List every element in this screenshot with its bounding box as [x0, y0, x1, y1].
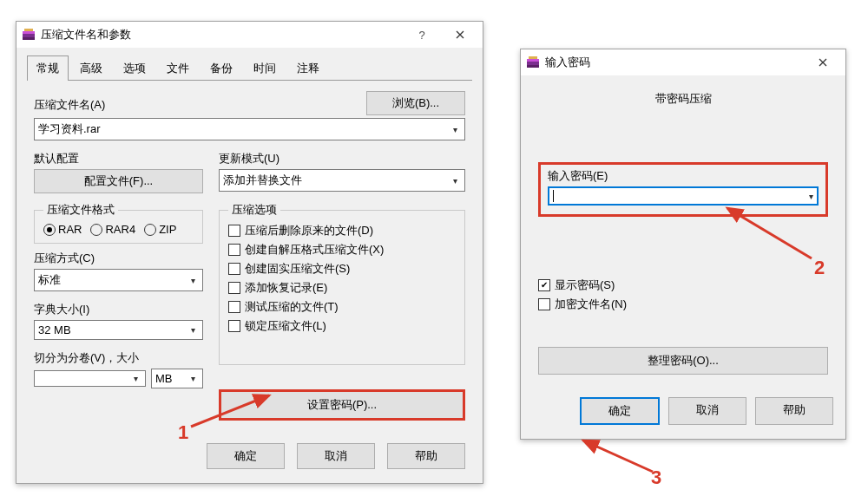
- dict-select[interactable]: 32 MB ▾: [34, 320, 203, 340]
- close-button[interactable]: [441, 22, 479, 48]
- close-button[interactable]: [804, 49, 842, 75]
- tab-comment[interactable]: 注释: [287, 55, 329, 81]
- svg-rect-2: [24, 29, 33, 31]
- winrar-icon: [22, 28, 36, 42]
- show-password-checkbox[interactable]: 显示密码(S): [538, 277, 828, 293]
- browse-button[interactable]: 浏览(B)...: [366, 91, 465, 115]
- svg-rect-5: [527, 59, 539, 62]
- method-select[interactable]: 标准 ▾: [34, 269, 203, 291]
- archive-name-label: 压缩文件名(A): [34, 97, 358, 113]
- help-button-footer[interactable]: 帮助: [387, 443, 465, 469]
- svg-rect-1: [23, 31, 35, 34]
- tab-options[interactable]: 选项: [114, 55, 155, 81]
- archive-settings-window: 压缩文件名和参数 ? 常规 高级 选项 文件 备份 时间 注释 压缩文件名(A)…: [16, 21, 483, 484]
- window-title: 压缩文件名和参数: [41, 27, 403, 42]
- dict-label: 字典大小(I): [34, 302, 203, 317]
- dialog-body: 压缩文件名(A) 浏览(B)... 学习资料.rar ▾ 默认配置 配置文件(F…: [16, 81, 483, 434]
- method-label: 压缩方式(C): [34, 251, 203, 266]
- format-group: 压缩文件格式 RAR RAR4 ZIP: [34, 202, 203, 244]
- tab-files[interactable]: 文件: [157, 55, 199, 81]
- chevron-down-icon: ▾: [449, 176, 461, 186]
- tab-backup[interactable]: 备份: [201, 55, 242, 81]
- split-label: 切分为分卷(V)，大小: [34, 350, 203, 366]
- chevron-down-icon: ▾: [129, 374, 141, 383]
- format-rar4[interactable]: RAR4: [90, 223, 135, 236]
- annotation-number-1: 1: [178, 421, 188, 444]
- set-password-button[interactable]: 设置密码(P)...: [219, 389, 465, 421]
- opt-lock[interactable]: 锁定压缩文件(L): [228, 318, 456, 334]
- help-button[interactable]: ?: [403, 22, 441, 48]
- cancel-button[interactable]: 取消: [668, 397, 746, 425]
- svg-rect-7: [527, 65, 539, 68]
- help-button-footer[interactable]: 帮助: [755, 397, 833, 425]
- opt-sfx[interactable]: 创建自解压格式压缩文件(X): [228, 242, 456, 258]
- profile-button[interactable]: 配置文件(F)...: [34, 169, 203, 193]
- password-body: 带密码压缩 输入密码(E) ▾ 显示密码(S) 加密文件名(N) 整理密码(O)…: [521, 75, 845, 385]
- encrypt-names-checkbox[interactable]: 加密文件名(N): [538, 297, 828, 312]
- update-mode-select[interactable]: 添加并替换文件 ▾: [219, 169, 465, 192]
- password-heading: 带密码压缩: [538, 91, 828, 107]
- footer-buttons: 确定 取消 帮助: [521, 385, 845, 439]
- winrar-icon: [526, 55, 540, 69]
- title-bar: 压缩文件名和参数 ?: [16, 22, 483, 48]
- opt-solid[interactable]: 创建固实压缩文件(S): [228, 261, 456, 277]
- annotation-number-2: 2: [814, 257, 825, 279]
- chevron-down-icon: ▾: [449, 125, 461, 134]
- split-unit-select[interactable]: MB ▾: [151, 369, 203, 388]
- footer-buttons: 确定 取消 帮助: [16, 434, 483, 483]
- chevron-down-icon: ▾: [809, 192, 813, 201]
- chevron-down-icon: ▾: [187, 325, 199, 335]
- default-profile-label: 默认配置: [34, 151, 203, 166]
- svg-line-10: [583, 441, 653, 472]
- ok-button[interactable]: 确定: [207, 443, 285, 469]
- enter-password-label: 输入密码(E): [548, 168, 819, 184]
- format-zip[interactable]: ZIP: [144, 223, 176, 236]
- options-group-label: 压缩选项: [228, 202, 280, 218]
- caret-icon: [553, 190, 554, 202]
- format-group-label: 压缩文件格式: [43, 202, 118, 218]
- window-title: 输入密码: [545, 55, 804, 70]
- update-mode-label: 更新模式(U): [219, 151, 465, 166]
- svg-rect-3: [23, 37, 35, 40]
- ok-button[interactable]: 确定: [580, 397, 660, 425]
- format-rar[interactable]: RAR: [43, 223, 82, 236]
- tab-time[interactable]: 时间: [244, 55, 286, 81]
- enter-password-window: 输入密码 带密码压缩 输入密码(E) ▾ 显示密码(S) 加密文件名(N) 整理…: [520, 49, 846, 440]
- manage-passwords-button[interactable]: 整理密码(O)...: [538, 347, 828, 375]
- password-highlight-box: 输入密码(E) ▾: [538, 162, 828, 217]
- opt-delete-after[interactable]: 压缩后删除原来的文件(D): [228, 223, 456, 238]
- chevron-down-icon: ▾: [187, 276, 199, 285]
- tab-general[interactable]: 常规: [27, 55, 69, 81]
- annotation-number-3: 3: [651, 467, 661, 489]
- opt-recovery[interactable]: 添加恢复记录(E): [228, 280, 456, 296]
- title-bar: 输入密码: [521, 49, 845, 75]
- opt-test[interactable]: 测试压缩的文件(T): [228, 299, 456, 315]
- split-size-input[interactable]: ▾: [34, 370, 146, 387]
- password-input[interactable]: ▾: [548, 186, 819, 206]
- cancel-button[interactable]: 取消: [297, 443, 375, 469]
- archive-name-input[interactable]: 学习资料.rar ▾: [34, 118, 465, 140]
- chevron-down-icon: ▾: [187, 374, 199, 383]
- svg-rect-6: [529, 56, 537, 59]
- tab-advanced[interactable]: 高级: [70, 55, 112, 81]
- options-group: 压缩选项 压缩后删除原来的文件(D) 创建自解压格式压缩文件(X) 创建固实压缩…: [219, 202, 465, 365]
- tabs-bar: 常规 高级 选项 文件 备份 时间 注释: [16, 48, 483, 80]
